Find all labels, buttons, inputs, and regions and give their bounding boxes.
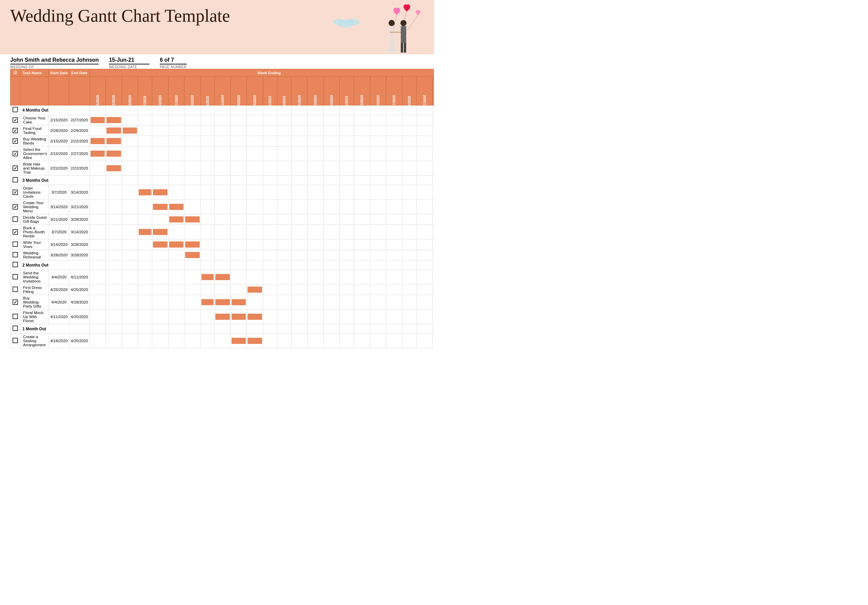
gantt-cell-0	[90, 161, 106, 176]
task-checkbox[interactable]	[11, 126, 20, 136]
gantt-cell-10	[247, 214, 263, 225]
cat-gantt-cell-15	[324, 324, 340, 334]
week-header-18: 6/20/2020	[370, 77, 386, 105]
cat-gantt-cell-0	[90, 324, 106, 334]
task-checkbox[interactable]	[11, 115, 20, 126]
gantt-cell-9	[231, 334, 247, 348]
gantt-cell-16	[340, 334, 354, 348]
task-name-cell: Buy Wedding-Party Gifts	[20, 295, 49, 310]
gantt-cell-18	[370, 295, 386, 310]
gantt-cell-5	[168, 136, 184, 146]
task-checkbox[interactable]	[11, 295, 20, 310]
gantt-cell-7	[200, 239, 215, 250]
cat-gantt-cell-16	[340, 176, 354, 185]
gantt-cell-17	[354, 310, 370, 324]
gantt-cell-6	[184, 136, 201, 146]
task-checkbox[interactable]	[11, 161, 20, 176]
gantt-cell-22	[432, 284, 434, 295]
cat-gantt-cell-14	[307, 261, 324, 270]
gantt-cell-15	[324, 239, 340, 250]
cat-gantt-cell-7	[200, 176, 215, 185]
gantt-cell-16	[340, 126, 354, 136]
cat-gantt-cell-11	[263, 261, 277, 270]
task-checkbox[interactable]	[11, 334, 20, 348]
cat-gantt-cell-17	[354, 176, 370, 185]
cat-gantt-cell-1	[106, 261, 122, 270]
gantt-cell-8	[215, 161, 231, 176]
gantt-cell-8	[215, 295, 231, 310]
category-row: 3 Months Out	[11, 176, 434, 185]
week-header-15: 5/30/2020	[324, 77, 340, 105]
gantt-cell-21	[416, 115, 432, 126]
gantt-cell-0	[90, 310, 106, 324]
gantt-cell-19	[386, 200, 403, 214]
gantt-cell-9	[231, 185, 247, 200]
cat-gantt-cell-13	[291, 324, 307, 334]
gantt-cell-1	[106, 185, 122, 200]
gantt-cell-3	[138, 310, 152, 324]
task-checkbox[interactable]	[11, 239, 20, 250]
cat-gantt-cell-22	[432, 324, 434, 334]
gantt-cell-3	[138, 161, 152, 176]
category-checkbox[interactable]	[11, 261, 20, 270]
gantt-cell-21	[416, 161, 432, 176]
gantt-cell-17	[354, 334, 370, 348]
task-checkbox[interactable]	[11, 284, 20, 295]
gantt-cell-2	[122, 214, 138, 225]
gantt-cell-21	[416, 214, 432, 225]
gantt-cell-20	[402, 161, 416, 176]
gantt-cell-11	[263, 295, 277, 310]
gantt-cell-8	[215, 115, 231, 126]
week-header-22: 7/18/2020	[432, 77, 434, 105]
gantt-cell-18	[370, 270, 386, 284]
category-checkbox[interactable]	[11, 324, 20, 334]
task-checkbox[interactable]	[11, 146, 20, 161]
task-checkbox[interactable]	[11, 310, 20, 324]
cat-gantt-cell-18	[370, 261, 386, 270]
table-row: Create a Seating Arrangement4/18/20204/2…	[11, 334, 434, 348]
task-checkbox[interactable]	[11, 225, 20, 239]
gantt-cell-14	[307, 239, 324, 250]
cat-gantt-cell-5	[168, 176, 184, 185]
gantt-cell-15	[324, 225, 340, 239]
gantt-cell-11	[263, 270, 277, 284]
gantt-cell-20	[402, 225, 416, 239]
gantt-cell-5	[168, 115, 184, 126]
gantt-cell-17	[354, 295, 370, 310]
gantt-cell-7	[200, 310, 215, 324]
gantt-cell-6	[184, 239, 201, 250]
gantt-cell-10	[247, 136, 263, 146]
svg-rect-10	[401, 43, 403, 53]
gantt-cell-2	[122, 334, 138, 348]
task-checkbox[interactable]	[11, 214, 20, 225]
gantt-cell-11	[263, 136, 277, 146]
end-date-cell: 4/18/2020	[69, 295, 90, 310]
category-checkbox[interactable]	[11, 105, 20, 115]
page-number: 6 of 7	[160, 57, 187, 64]
gantt-cell-22	[432, 334, 434, 348]
wedding-date: 15-Jun-21	[109, 57, 150, 64]
gantt-cell-8	[215, 200, 231, 214]
gantt-cell-1	[106, 250, 122, 261]
gantt-cell-14	[307, 115, 324, 126]
task-checkbox[interactable]	[11, 200, 20, 214]
task-checkbox[interactable]	[11, 136, 20, 146]
gantt-cell-0	[90, 284, 106, 295]
gantt-cell-19	[386, 225, 403, 239]
task-checkbox[interactable]	[11, 250, 20, 261]
end-date-cell: 4/25/2020	[69, 310, 90, 324]
gantt-cell-1	[106, 214, 122, 225]
gantt-cell-5	[168, 310, 184, 324]
end-date-cell: 2/27/2020	[69, 146, 90, 161]
task-checkbox[interactable]	[11, 185, 20, 200]
gantt-cell-8	[215, 310, 231, 324]
week-header-21: 7/11/2020	[416, 77, 432, 105]
svg-rect-0	[305, 0, 434, 54]
week-header-2: 2/29/2020	[122, 77, 138, 105]
end-date-col-header: End Date	[69, 69, 90, 77]
gantt-cell-16	[340, 185, 354, 200]
week-header-11: 5/2/2020	[263, 77, 277, 105]
task-checkbox[interactable]	[11, 270, 20, 284]
gantt-cell-15	[324, 115, 340, 126]
category-checkbox[interactable]	[11, 176, 20, 185]
